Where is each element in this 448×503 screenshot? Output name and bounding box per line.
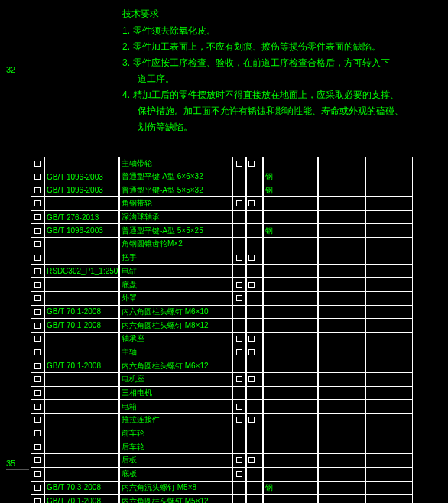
marker-cell-1 [232,495,246,503]
checkbox-cell[interactable] [31,333,44,346]
checkbox-cell[interactable] [31,427,44,441]
notes-number: 4. [122,87,133,102]
table-row[interactable]: 角钢带轮 [31,197,443,211]
checkbox-cell[interactable] [31,387,44,401]
table-row[interactable]: GB/T 1096-2003普通型平键-A型 6×6×32钢 [31,170,443,184]
material-cell [263,197,318,211]
marker-icon [236,349,242,355]
checkbox-cell[interactable] [31,482,44,495]
checkbox-cell[interactable] [31,251,44,265]
material-cell [263,414,318,427]
bom-table[interactable]: 主轴带轮GB/T 1096-2003普通型平键-A型 6×6×32钢GB/T 1… [31,157,443,503]
table-row[interactable]: 外罩 [31,292,443,306]
checkbox-cell[interactable] [31,157,44,170]
marker-icon [248,417,255,423]
checkbox-cell[interactable] [31,400,44,414]
notes-text: 零件加工表面上，不应有划痕、擦伤等损伤零件表面的缺陷。 [133,39,436,54]
checkbox-cell[interactable] [31,373,44,387]
checkbox-icon [34,228,41,234]
marker-cell-1 [232,292,246,306]
standard-cell [44,251,119,265]
checkbox-cell[interactable] [31,238,44,251]
checkbox-cell[interactable] [31,306,44,320]
spare-cell-1 [318,359,365,373]
checkbox-cell[interactable] [31,468,44,482]
checkbox-icon [34,309,41,315]
table-row[interactable]: 主轴带轮 [31,157,443,170]
table-row[interactable]: 后车轮 [31,440,443,454]
marker-cell-1 [232,251,246,265]
checkbox-cell[interactable] [31,278,44,292]
checkbox-cell[interactable] [31,224,44,238]
standard-cell [44,400,119,414]
table-row[interactable]: 底板 [31,468,443,482]
marker-cell-1 [232,414,246,427]
notes-text: 道工序。 [122,71,174,86]
spare-cell-1 [318,238,365,251]
table-row[interactable]: 把手 [31,251,443,265]
checkbox-cell[interactable] [31,359,44,373]
table-row[interactable]: GB/T 70.1-2008内六角圆柱头螺钉 M8×12 [31,319,443,333]
spare-cell-2 [365,440,413,454]
marker-cell-1 [232,157,246,170]
table-row[interactable]: GB/T 70.3-2008内六角沉头螺钉 M5×8钢 [31,482,443,495]
checkbox-cell[interactable] [31,319,44,333]
description-cell: 内六角沉头螺钉 M5×8 [119,482,232,495]
material-cell [263,251,318,265]
table-row[interactable]: GB/T 1096-2003普通型平键-A型 5×5×25钢 [31,224,443,238]
checkbox-cell[interactable] [31,414,44,427]
checkbox-cell[interactable] [31,346,44,360]
marker-cell-1 [232,427,246,441]
marker-icon [248,161,255,167]
description-cell: 推拉连接件 [119,414,232,427]
notes-text: 零件应按工序检查、验收，在前道工序检查合格后，方可转入下 [133,55,436,70]
checkbox-cell[interactable] [31,495,44,503]
marker-icon [248,376,255,382]
table-row[interactable]: 推拉连接件 [31,414,443,427]
table-row[interactable]: 主轴 [31,346,443,360]
table-row[interactable]: 电机座 [31,373,443,387]
checkbox-icon [34,282,41,288]
marker-icon [236,457,242,463]
table-row[interactable]: GB/T 276-2013深沟球轴承 [31,211,443,225]
checkbox-cell[interactable] [31,183,44,197]
table-row[interactable]: 角钢圆锥齿轮M×2 [31,238,443,251]
table-row[interactable]: 电箱 [31,400,443,414]
table-row[interactable]: GB/T 70.1-2008内六角圆柱头螺钉 M6×10 [31,306,443,320]
checkbox-cell[interactable] [31,170,44,184]
marker-cell-1 [232,238,246,251]
notes-text: 划伤等缺陷。 [122,119,193,135]
notes-number: 2. [122,39,133,54]
standard-cell: GB/T 70.1-2008 [44,495,119,503]
checkbox-cell[interactable] [31,440,44,454]
checkbox-cell[interactable] [31,197,44,211]
checkbox-cell[interactable] [31,292,44,306]
checkbox-icon [34,268,41,274]
description-cell: 角钢圆锥齿轮M×2 [119,238,232,251]
table-row[interactable]: 轴承座 [31,333,443,346]
checkbox-cell[interactable] [31,211,44,225]
standard-cell [44,468,119,482]
checkbox-cell[interactable] [31,265,44,279]
description-cell: 三相电机 [119,387,232,401]
table-row[interactable]: GB/T 70.1-2008内六角圆柱头螺钉 M6×12 [31,359,443,373]
material-cell: 钢 [263,183,318,197]
table-row[interactable]: 后板 [31,454,443,468]
spare-cell-1 [318,387,365,401]
table-row[interactable]: GB/T 70.1-2008内六角圆柱头螺钉 M5×12 [31,495,443,503]
table-row[interactable]: RSDC302_P1_1:250电缸 [31,265,443,279]
notes-text: 保护措施。加工面不允许有锈蚀和影响性能、寿命或外观的磕碰、 [122,103,404,118]
table-row[interactable]: 前车轮 [31,427,443,441]
table-row[interactable]: 三相电机 [31,387,443,401]
table-row[interactable]: 底盘 [31,278,443,292]
standard-cell [44,454,119,468]
marker-cell-2 [246,414,263,427]
spare-cell-2 [365,333,413,346]
table-row[interactable]: GB/T 1096-2003普通型平键-A型 5×5×32钢 [31,183,443,197]
marker-cell-2 [246,319,263,333]
checkbox-cell[interactable] [31,454,44,468]
marker-cell-1 [232,183,246,197]
notes-title: 技术要求 [122,6,436,21]
tick-mark [0,222,8,222]
material-cell [263,373,318,387]
